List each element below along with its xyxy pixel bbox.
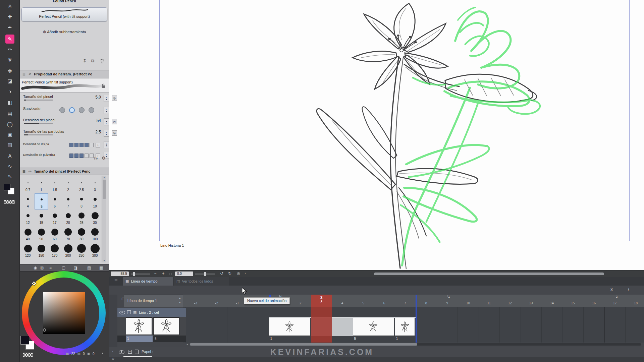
block-level-0[interactable] [69, 143, 73, 147]
block-level-2[interactable] [79, 143, 84, 147]
reset-view-icon[interactable]: ⊘ [237, 271, 240, 276]
cel-thumbnail[interactable] [353, 318, 394, 336]
stepper-down-icon[interactable]: ▾ [106, 111, 107, 113]
cel-thumbnail[interactable] [395, 318, 415, 336]
zoom-slider[interactable] [131, 274, 150, 275]
brush-size-2[interactable]: 2 [61, 177, 75, 193]
main-color-swatch[interactable] [4, 184, 15, 195]
eraser-tool-button[interactable]: ◪ [5, 76, 14, 85]
brush-size-20[interactable]: 20 [61, 210, 75, 226]
operation-tool-button[interactable]: ↖ [5, 172, 14, 181]
brush-size-50[interactable]: 50 [35, 226, 48, 242]
timeline-menu-icon[interactable]: ☰ [114, 279, 118, 283]
lock-icon[interactable] [101, 83, 105, 88]
brush-size-1.5[interactable]: 1.5 [48, 177, 61, 193]
canvas-area[interactable]: Lirio Historia 1 [109, 0, 644, 270]
brush-size-4[interactable]: 4 [21, 193, 35, 209]
smoothing-option-2[interactable] [79, 107, 85, 113]
layer-visibility-eye-icon[interactable] [119, 310, 125, 315]
text-tool-button[interactable]: A [5, 151, 14, 160]
fill-tool-button[interactable]: ◧ [5, 98, 14, 107]
eyedropper-tool-button[interactable]: ✚ [5, 12, 14, 21]
brush-size-2.5[interactable]: 2.5 [75, 177, 88, 193]
magic-wand-tool-button[interactable]: ✳ [5, 2, 14, 11]
sv-cursor[interactable] [43, 328, 46, 331]
color-set-tab[interactable]: ▢ [62, 265, 65, 270]
block-level-1[interactable] [74, 154, 78, 158]
brush-size-7[interactable]: 7 [61, 193, 75, 209]
prop-slider-track[interactable] [24, 123, 53, 124]
timeline-name-spinner-down-icon[interactable]: ▾ [179, 301, 180, 304]
selection-tool-button[interactable]: ▨ [5, 140, 14, 149]
track-scroll-left-icon[interactable]: ◂ [186, 343, 188, 346]
brush-size-300[interactable]: 300 [88, 243, 102, 259]
collapse-row-icon[interactable]: ∨ [111, 350, 114, 353]
add-subtool-button[interactable]: ⊕ Añadir subherramienta [20, 29, 109, 36]
value-stepper[interactable]: ▴▾ [104, 118, 109, 125]
zoom-slider-handle[interactable] [133, 272, 135, 276]
collapse-bar-icon[interactable]: ‹ [245, 272, 246, 275]
zoom-value-box[interactable]: 58.5 [111, 272, 129, 276]
decoration-tool-button[interactable]: ✾ [5, 66, 14, 75]
color-circle-tab[interactable]: Ⓒ [40, 265, 44, 271]
layer-cel-thumbnail[interactable] [153, 317, 179, 335]
stepper-down-icon[interactable]: ▾ [106, 99, 107, 101]
brush-size-60[interactable]: 60 [48, 226, 61, 242]
brush-size-30[interactable]: 30 [88, 210, 102, 226]
track-h-scrollbar-thumb[interactable] [190, 343, 417, 346]
selected-subtool-button[interactable]: Perfect Pencil (with tilt support) [21, 7, 107, 21]
brush-size-8[interactable]: 8 [75, 193, 88, 209]
cel-thumbnail[interactable] [269, 318, 310, 336]
stepper-down-icon[interactable]: ▾ [106, 133, 107, 135]
panel-menu-icon[interactable]: ☰ [22, 72, 25, 76]
brush-size-10[interactable]: 10 [88, 193, 102, 209]
scroll-up-icon[interactable]: ▲ [102, 176, 106, 179]
block-level-3[interactable] [85, 143, 89, 147]
gradient-tool-button[interactable]: ▤ [5, 109, 14, 118]
brush-size-scrollbar[interactable]: ▲ ▼ [102, 176, 106, 262]
frame-border-tool-button[interactable]: ▣ [5, 130, 14, 139]
rotate-left-icon[interactable]: ↺ [220, 271, 223, 276]
rotate-right-icon[interactable]: ↻ [228, 271, 231, 276]
color-slider-tab[interactable]: ≡ [49, 265, 52, 270]
transparent-color-swatch[interactable] [4, 200, 15, 204]
brush-size-250[interactable]: 250 [75, 243, 88, 259]
rotation-slider-handle[interactable] [204, 272, 206, 276]
brush-size-5[interactable]: 5 [35, 193, 48, 209]
tab-linea-de-tiempo[interactable]: ▦ Línea de tiempo [123, 277, 173, 286]
value-stepper[interactable]: ▴▾ [104, 95, 109, 102]
smoothing-option-1[interactable] [69, 107, 75, 113]
stepper-down-icon[interactable]: ▾ [106, 156, 107, 158]
fit-screen-button[interactable] [169, 273, 171, 275]
layer-row-papel[interactable]: ∨ + Papel : [109, 347, 644, 357]
expand-blocks-button[interactable]: › [96, 143, 100, 147]
dynamics-button[interactable]: ◎ [112, 119, 117, 124]
panel-front-color-swatch[interactable] [20, 336, 29, 345]
block-level-4[interactable] [90, 154, 94, 158]
paper-expand-icon[interactable]: + [128, 350, 132, 354]
smoothing-option-0[interactable] [59, 107, 65, 113]
playhead-ruler[interactable]: 33 [311, 295, 332, 307]
brush-size-100[interactable]: 100 [88, 226, 102, 242]
block-level-3[interactable] [85, 154, 89, 158]
color-history-tab[interactable]: ▦ [99, 265, 103, 270]
prop-slider-track[interactable] [24, 134, 53, 135]
stepper-down-icon[interactable]: ▾ [106, 122, 107, 124]
value-stepper[interactable]: ▴▾ [104, 141, 109, 148]
panel-transparent-swatch[interactable] [23, 353, 33, 357]
trash-icon[interactable] [100, 59, 104, 63]
value-stepper[interactable]: ▴▾ [104, 107, 109, 114]
clip-end-marker[interactable] [416, 295, 417, 343]
brush-size-1[interactable]: 1 [35, 177, 48, 193]
color-wheel-tab[interactable]: ◉ [34, 265, 37, 270]
timeline-name-spinner-up-icon[interactable]: ▴ [179, 297, 180, 299]
timeline-name-box[interactable]: Línea de tiempo 1 ▴ ▾ [124, 295, 183, 307]
pencil-tool-button[interactable]: ✏ [5, 45, 14, 54]
marker-tool-button[interactable]: ✎ [5, 35, 14, 44]
brush-size-3[interactable]: 3 [88, 177, 102, 193]
brush-size-17[interactable]: 17 [48, 210, 61, 226]
brush-size-6[interactable]: 6 [48, 193, 61, 209]
figure-tool-button[interactable]: ◯ [5, 120, 14, 129]
sv-square[interactable] [43, 292, 85, 334]
zoom-in-nav-button[interactable]: + [161, 271, 166, 276]
